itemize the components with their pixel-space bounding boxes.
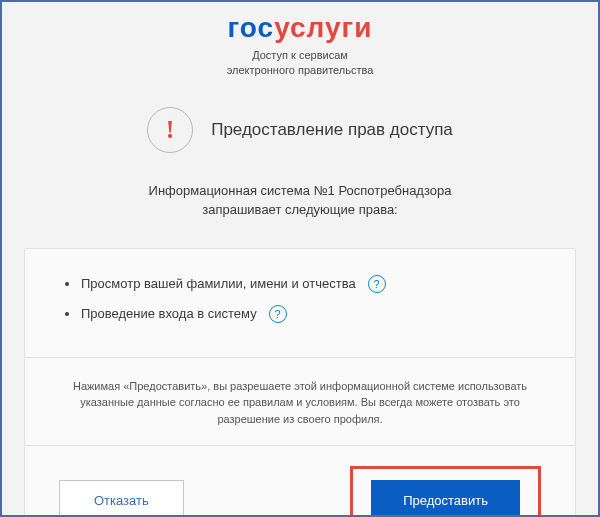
list-item: Просмотр вашей фамилии, имени и отчества… xyxy=(65,275,535,293)
right-label: Просмотр вашей фамилии, имени и отчества xyxy=(81,276,356,291)
list-item: Проведение входа в систему ? xyxy=(65,305,535,323)
allow-button-highlight: Предоставить xyxy=(350,466,541,517)
logo-part-2: услуги xyxy=(274,12,372,43)
alert-title: Предоставление прав доступа xyxy=(211,120,453,140)
help-icon[interactable]: ? xyxy=(368,275,386,293)
request-text: Информационная система №1 Роспотребнадзо… xyxy=(14,181,586,220)
rights-block: Просмотр вашей фамилии, имени и отчества… xyxy=(25,249,575,357)
logo: госуслуги xyxy=(14,12,586,44)
disclaimer-text: Нажимая «Предоставить», вы разрешаете эт… xyxy=(25,357,575,446)
permissions-panel: Просмотр вашей фамилии, имени и отчества… xyxy=(24,248,576,517)
buttons-block: Отказать Предоставить xyxy=(25,445,575,517)
allow-button[interactable]: Предоставить xyxy=(371,480,520,517)
alert-heading: ! Предоставление прав доступа xyxy=(14,107,586,153)
subtitle: Доступ к сервисам электронного правитель… xyxy=(14,48,586,79)
bullet-icon xyxy=(65,312,69,316)
help-icon[interactable]: ? xyxy=(269,305,287,323)
logo-part-1: гос xyxy=(228,12,275,43)
right-label: Проведение входа в систему xyxy=(81,306,257,321)
deny-button[interactable]: Отказать xyxy=(59,480,184,517)
exclamation-icon: ! xyxy=(147,107,193,153)
bullet-icon xyxy=(65,282,69,286)
